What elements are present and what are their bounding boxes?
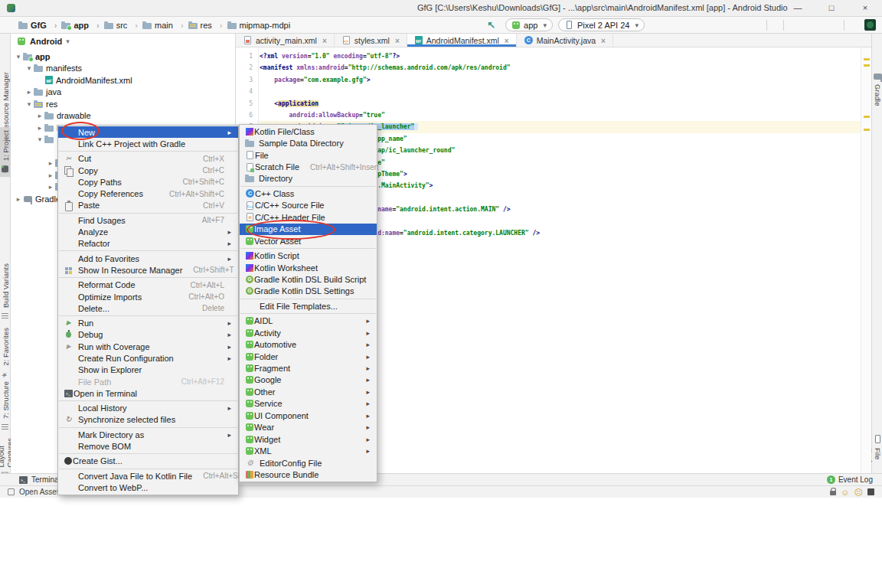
close-tab-icon[interactable] [502,36,509,45]
menu-item[interactable]: Fragment ▸ [240,362,377,374]
menu-item[interactable]: Reformat Code Ctrl+Alt+L ▸ [58,279,238,291]
menu-item[interactable]: C/C++ Source File ▸ [240,200,377,211]
editor-tab[interactable]: AndroidManifest.xml [407,34,517,47]
menu-item[interactable]: New ▸ [58,126,238,138]
editor-tab[interactable]: styles.xml [335,34,407,47]
tree-row[interactable]: ▸ drawable [11,110,235,122]
close-tab-icon[interactable] [393,36,400,45]
event-log-button[interactable]: 1 Event Log [827,475,873,484]
menu-item[interactable]: UI Component ▸ [240,410,377,421]
tree-chevron-icon[interactable]: ▸ [46,183,55,191]
menu-item[interactable]: Copy Paths Ctrl+Shift+C ▸ [58,176,238,188]
menu-item[interactable]: Edit File Templates... ▸ [240,300,377,312]
menu-item[interactable]: Add to Favorites ▸ [58,253,238,264]
menu-item[interactable]: XML ▸ [240,445,377,456]
menu-item[interactable]: Scratch File Ctrl+Alt+Shift+Insert ▸ [240,161,377,172]
menu-item[interactable]: Vector Asset ▸ [240,235,377,247]
menu-item[interactable]: Copy References Ctrl+Alt+Shift+C ▸ [58,188,238,199]
menu-item[interactable]: Image Asset ▸ [240,224,377,235]
tree-chevron-icon[interactable]: ▾ [24,64,34,72]
menu-item[interactable]: Show In Resource Manager Ctrl+Shift+T ▸ [58,264,238,276]
menu-item[interactable]: Gradle Kotlin DSL Settings ▸ [240,286,377,297]
menu-item[interactable]: EditorConfig File ▸ [240,457,377,469]
stripe-mark-icon[interactable] [864,129,870,131]
maximize-button[interactable]: □ [815,0,848,17]
stripe-mark-icon[interactable] [864,64,870,67]
stripe-mark-icon[interactable] [864,116,870,118]
menu-item[interactable]: Mark Directory as ▸ [58,429,238,440]
stripe-mark-icon[interactable] [864,58,870,60]
close-button[interactable]: × [848,0,882,17]
tree-chevron-icon[interactable]: ▸ [46,159,55,167]
menu-item[interactable]: Link C++ Project with Gradle ▸ [58,138,238,149]
tree-chevron-icon[interactable]: ▾ [24,100,34,108]
menu-item[interactable]: Copy Ctrl+C ▸ [58,165,238,176]
ide-notifications-icon[interactable] [867,488,874,495]
menu-item[interactable]: Gradle Kotlin DSL Build Script ▸ [240,273,377,285]
user-avatar[interactable] [864,19,876,31]
menu-item[interactable]: Run with Coverage ▸ [58,341,238,352]
tree-chevron-icon[interactable]: ▸ [14,195,23,203]
menu-item[interactable]: File Path Ctrl+Alt+F12 ▸ [58,376,238,387]
editor-tab[interactable]: activity_main.xml [236,34,335,47]
menu-item[interactable]: Paste Ctrl+V ▸ [58,200,238,211]
project-view-selector[interactable]: Android [30,37,62,46]
menu-item[interactable]: Delete... Delete ▸ [58,302,238,314]
tree-row[interactable]: ▾ res [11,98,235,110]
tree-chevron-icon[interactable]: ▸ [35,112,44,119]
menu-item[interactable]: Widget ▸ [240,433,377,445]
breadcrumb-item[interactable]: app [61,21,103,30]
menu-item[interactable]: Kotlin Worksheet ▸ [240,262,377,273]
menu-item[interactable]: Create Gist... ▸ [58,456,238,467]
menu-item[interactable]: Create Run Configuration ▸ [58,352,238,364]
menu-item[interactable]: Run ▸ [58,317,238,328]
menu-item[interactable]: Find Usages Alt+F7 ▸ [58,214,238,226]
menu-item[interactable]: Other ▸ [240,386,377,397]
menu-item[interactable]: Synchronize selected files ▸ [58,414,238,426]
happy-face-icon[interactable]: ☺ [841,487,849,498]
tree-chevron-icon[interactable]: ▾ [35,136,44,143]
menu-item[interactable]: AIDL ▸ [240,315,377,327]
menu-item[interactable]: Sample Data Directory ▸ [240,137,377,149]
tree-chevron-icon[interactable]: ▸ [24,88,34,96]
breadcrumb-item[interactable]: mipmap-mdpi [227,21,303,30]
breadcrumb-item[interactable]: main [142,21,188,30]
menu-item[interactable]: Open in Terminal ▸ [58,387,238,399]
tree-row[interactable]: ▸ java [11,87,235,99]
tree-row[interactable]: ▾ manifests [11,63,235,75]
menu-item[interactable]: Optimize Imports Ctrl+Alt+O ▸ [58,291,238,302]
tool-window-button[interactable]: Gradle [872,69,882,109]
tool-window-button[interactable]: Device File Explorer [872,430,882,478]
menu-item[interactable]: Kotlin File/Class ▸ [240,126,377,137]
tool-window-button[interactable]: Build Variants [0,260,11,323]
menu-item[interactable]: C/C++ Header File ▸ [240,211,377,223]
tool-window-button[interactable]: 7: Structure [0,378,11,434]
breadcrumb-item[interactable]: res [188,21,227,30]
tree-chevron-icon[interactable]: ▾ [14,53,23,60]
terminal-button[interactable]: Terminal [18,475,60,485]
run-config-selector[interactable]: app [505,18,553,31]
menu-item[interactable]: Wear ▸ [240,422,377,433]
sad-face-icon[interactable]: ☹ [854,487,863,498]
inspect-arrow-icon[interactable]: ↖ [487,19,495,31]
close-tab-icon[interactable] [320,36,327,45]
menu-item[interactable]: Cut Ctrl+X ▸ [58,153,238,165]
menu-item[interactable]: File ▸ [240,149,377,161]
menu-item[interactable]: Debug ▸ [58,329,238,341]
menu-item[interactable]: C++ Class ▸ [240,188,377,199]
tree-row[interactable]: AndroidManifest.xml [11,74,235,87]
menu-item[interactable]: Local History ▸ [58,403,238,414]
tree-chevron-icon[interactable]: ▸ [35,124,44,132]
menu-item[interactable]: Refactor ▸ [58,238,238,250]
tool-window-button[interactable]: 1: Project [0,127,11,177]
menu-item[interactable]: Folder ▸ [240,351,377,362]
menu-item[interactable]: Convert Java File to Kotlin File Ctrl+Al… [58,470,238,482]
menu-item[interactable]: Service ▸ [240,398,377,410]
menu-item[interactable]: Analyze ▸ [58,226,238,237]
menu-item[interactable]: Directory ▸ [240,173,377,185]
menu-item[interactable]: Remove BOM ▸ [58,440,238,452]
menu-item[interactable]: Kotlin Script ▸ [240,250,377,261]
device-selector[interactable]: Pixel 2 API 24 [558,18,645,31]
chevron-down-icon[interactable]: ▾ [66,38,70,45]
breadcrumb-item[interactable]: src [104,21,142,30]
